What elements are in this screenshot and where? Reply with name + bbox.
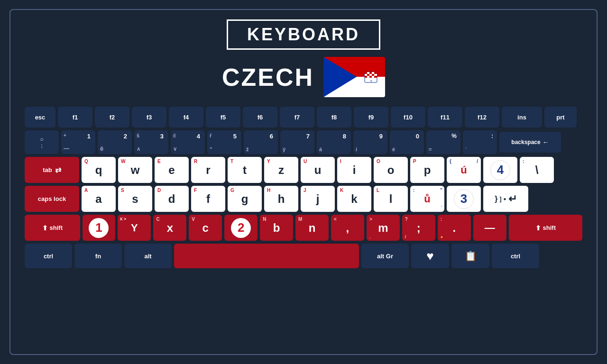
- svg-rect-6: [365, 74, 367, 76]
- key-i[interactable]: I i: [337, 157, 371, 183]
- key-backspace[interactable]: backspace ←: [499, 132, 561, 153]
- svg-rect-10: [374, 74, 377, 76]
- key-h[interactable]: H h: [264, 186, 298, 212]
- key-percent[interactable]: % =: [426, 130, 460, 154]
- key-colon2[interactable]: : . ●: [438, 215, 471, 241]
- key-s[interactable]: S s: [118, 186, 152, 212]
- key-5[interactable]: 5 ř ": [207, 130, 241, 154]
- key-f5[interactable]: f5: [206, 107, 240, 127]
- key-esc[interactable]: esc: [25, 107, 55, 127]
- key-f[interactable]: F f: [191, 186, 225, 212]
- key-9[interactable]: 9 í: [353, 130, 387, 154]
- key-t[interactable]: T t: [228, 157, 262, 183]
- key-f1[interactable]: f1: [58, 107, 92, 127]
- key-x[interactable]: C x: [153, 215, 186, 241]
- key-m[interactable]: M n: [295, 215, 329, 241]
- key-prt[interactable]: prt: [544, 107, 577, 127]
- key-backslash[interactable]: : \: [520, 157, 554, 183]
- key-heart[interactable]: ♥: [411, 244, 449, 268]
- key-bracket-l[interactable]: { / ú: [447, 157, 481, 183]
- key-f2[interactable]: f2: [95, 107, 129, 127]
- key-j[interactable]: J j: [301, 186, 335, 212]
- svg-rect-13: [369, 76, 372, 78]
- key-f6[interactable]: f6: [243, 107, 277, 127]
- key-period[interactable]: > m .: [367, 215, 400, 241]
- key-quote[interactable]: 3: [447, 186, 481, 212]
- svg-rect-11: [365, 76, 367, 78]
- key-y[interactable]: Y z: [264, 157, 298, 183]
- key-enter[interactable]: } ] ● ↵: [483, 186, 528, 212]
- flag-blue-triangle: [323, 57, 357, 97]
- key-u[interactable]: U u: [301, 157, 335, 183]
- key-g[interactable]: G g: [228, 186, 262, 212]
- key-d[interactable]: D d: [155, 186, 189, 212]
- key-ctrl-left[interactable]: ctrl: [25, 244, 72, 268]
- svg-rect-8: [369, 74, 372, 76]
- key-bracket-r[interactable]: 4: [483, 157, 517, 183]
- subtitle-row: CZECH: [222, 57, 385, 97]
- key-b-circle2[interactable]: 2: [224, 215, 258, 241]
- key-8[interactable]: 8 á: [317, 130, 351, 154]
- key-alt[interactable]: alt: [124, 244, 172, 268]
- key-shift-right[interactable]: ⬆ shift: [509, 215, 582, 241]
- key-w[interactable]: W w: [118, 157, 152, 183]
- key-l[interactable]: L l: [374, 186, 408, 212]
- key-question[interactable]: ? ; /: [402, 215, 435, 241]
- fn-label: fn: [95, 253, 101, 260]
- key-semicolon[interactable]: : " ů ´: [410, 186, 444, 212]
- key-y-x[interactable]: X > Y: [118, 215, 151, 241]
- key-0[interactable]: 0 é: [390, 130, 424, 154]
- key-f3[interactable]: f3: [132, 107, 166, 127]
- svg-rect-14: [372, 76, 374, 78]
- key-tilde[interactable]: ○ ;: [25, 130, 59, 154]
- key-c[interactable]: V c: [189, 215, 222, 241]
- key-q[interactable]: Q q: [82, 157, 116, 183]
- key-f8[interactable]: f8: [317, 107, 351, 127]
- key-alt-gr[interactable]: alt Gr: [361, 244, 409, 268]
- key-menu[interactable]: 📋: [451, 244, 489, 268]
- key-ins[interactable]: ins: [502, 107, 542, 127]
- key-comma[interactable]: < ,: [331, 215, 364, 241]
- key-f9[interactable]: f9: [354, 107, 388, 127]
- main-container: KEYBOARD CZECH: [9, 9, 598, 355]
- key-fn[interactable]: fn: [74, 244, 122, 268]
- key-2[interactable]: 2 ě: [98, 130, 132, 154]
- key-apostrophe[interactable]: : ´: [463, 130, 497, 154]
- key-tab[interactable]: tab ⇄: [25, 157, 79, 183]
- key-f7[interactable]: f7: [280, 107, 314, 127]
- key-a[interactable]: A a: [82, 186, 116, 212]
- svg-rect-3: [369, 72, 372, 74]
- svg-rect-7: [367, 74, 369, 76]
- key-caps-lock[interactable]: caps lock: [25, 186, 79, 212]
- key-4[interactable]: 4 č ∨: [171, 130, 205, 154]
- key-f12[interactable]: f12: [465, 107, 499, 127]
- key-n[interactable]: N b: [260, 215, 293, 241]
- svg-rect-9: [372, 74, 374, 76]
- key-z-circle1[interactable]: 1: [83, 215, 116, 241]
- key-o[interactable]: O o: [374, 157, 408, 183]
- ctrl-right-label: ctrl: [511, 253, 520, 260]
- key-k[interactable]: K k: [337, 186, 371, 212]
- keyboard: esc f1 f2 f3 f4 f5 f6 f7 f8 f9 f10 f11 f…: [25, 107, 582, 268]
- title-box: KEYBOARD: [227, 19, 380, 50]
- key-shift-left[interactable]: ⬆ shift: [25, 215, 80, 241]
- svg-rect-12: [367, 76, 369, 78]
- key-f11[interactable]: f11: [428, 107, 462, 127]
- svg-rect-1: [365, 72, 367, 74]
- key-f4[interactable]: f4: [169, 107, 203, 127]
- key-f10[interactable]: f10: [391, 107, 425, 127]
- menu-icon: 📋: [465, 250, 477, 262]
- key-1[interactable]: 1 + —: [61, 130, 95, 154]
- qwerty-row: tab ⇄ Q q W w E e R r: [25, 157, 582, 183]
- key-6[interactable]: 6 ž: [244, 130, 278, 154]
- key-e[interactable]: E e: [155, 157, 189, 183]
- key-3[interactable]: 3 š ∧: [134, 130, 168, 154]
- key-7[interactable]: 7 ý: [280, 130, 314, 154]
- key-minus[interactable]: —: [473, 215, 506, 241]
- flag: ⚜: [323, 57, 385, 97]
- key-p[interactable]: P p: [410, 157, 444, 183]
- key-ctrl-right[interactable]: ctrl: [492, 244, 539, 268]
- svg-rect-5: [374, 72, 377, 74]
- key-space[interactable]: [174, 244, 359, 268]
- key-r[interactable]: R r: [191, 157, 225, 183]
